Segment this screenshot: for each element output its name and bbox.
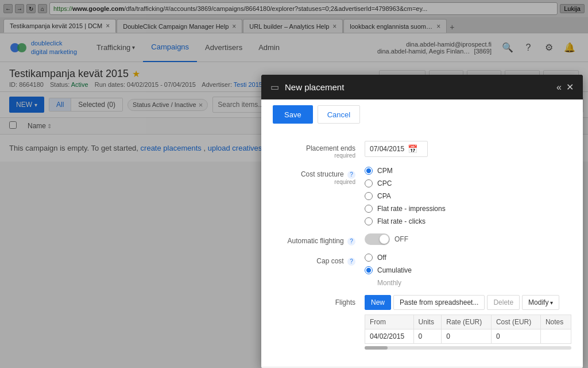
modal-title: New placement (285, 82, 344, 92)
radio-cpm[interactable]: CPM (365, 167, 571, 175)
radio-flat-clicks[interactable]: Flat rate - clicks (365, 217, 571, 225)
col-units: Units (413, 315, 442, 329)
cap-cost-help[interactable]: ? (347, 258, 355, 266)
modal-back-btn[interactable]: « (556, 82, 562, 93)
radio-cap-off[interactable]: Off (365, 254, 571, 262)
cost-structure-help[interactable]: ? (347, 171, 355, 179)
col-notes: Notes (540, 315, 571, 329)
cancel-button[interactable]: Cancel (318, 105, 360, 124)
modal-title-area: ▭ New placement (270, 82, 344, 93)
cell-cost: 0 (491, 329, 540, 344)
radio-cap-cumulative[interactable]: Cumulative (365, 266, 571, 274)
cell-notes (540, 329, 571, 344)
flights-delete-btn[interactable]: Delete (487, 295, 520, 310)
flights-content: New Paste from spreadsheet... Delete Mod… (365, 295, 571, 350)
cap-cost-label: Cap cost ? (273, 254, 365, 266)
cost-structure-label: Cost structure ? required (273, 167, 365, 185)
modal-header: ▭ New placement « ✕ (261, 75, 583, 99)
col-cost: Cost (EUR) (491, 315, 540, 329)
cap-cost-options: Off Cumulative Monthly (365, 254, 571, 287)
auto-flighting-toggle[interactable] (365, 233, 390, 245)
toggle-knob (380, 235, 389, 244)
cost-structure-options: CPM CPC CPA Flat rate - impressions Flat… (365, 167, 571, 225)
col-from: From (365, 315, 414, 329)
modal-body: Placement ends required 07/04/2015 📅 Cos… (261, 132, 583, 367)
flights-modify-btn[interactable]: Modify ▾ (522, 295, 559, 310)
calendar-icon[interactable]: 📅 (408, 144, 417, 154)
placement-ends-input[interactable]: 07/04/2015 📅 (365, 141, 428, 157)
placement-ends-control: 07/04/2015 📅 (365, 141, 571, 157)
radio-cpa[interactable]: CPA (365, 192, 571, 200)
scrollbar[interactable] (365, 346, 571, 350)
flights-toolbar: New Paste from spreadsheet... Delete Mod… (365, 295, 571, 310)
flights-new-btn[interactable]: New (365, 295, 391, 310)
radio-cpc[interactable]: CPC (365, 179, 571, 187)
new-placement-modal: ▭ New placement « ✕ Save Cancel Placemen… (261, 75, 583, 368)
toggle-off-label: OFF (394, 235, 408, 243)
placement-ends-row: Placement ends required 07/04/2015 📅 (273, 141, 571, 159)
modal-top-actions: Save Cancel (261, 99, 583, 132)
table-row: 04/02/2015 0 0 0 (365, 329, 571, 344)
col-rate: Rate (EUR) (442, 315, 492, 329)
radio-flat-impressions[interactable]: Flat rate - impressions (365, 205, 571, 213)
flights-label: Flights (273, 295, 365, 306)
cap-cost-row: Cap cost ? Off Cumulative Monthly (273, 254, 571, 287)
flights-row: Flights New Paste from spreadsheet... De… (273, 295, 571, 350)
placement-icon: ▭ (270, 82, 279, 93)
chevron-down-icon: ▾ (550, 300, 553, 306)
cost-structure-row: Cost structure ? required CPM CPC CPA (273, 167, 571, 225)
placement-ends-label: Placement ends required (273, 141, 365, 159)
cell-rate: 0 (442, 329, 492, 344)
modal-close-btn[interactable]: ✕ (566, 82, 574, 93)
modal-header-controls: « ✕ (556, 82, 574, 93)
monthly-option: Monthly (365, 279, 571, 287)
auto-flighting-control: OFF (365, 233, 571, 245)
auto-flighting-label: Automatic flighting ? (273, 233, 365, 246)
scrollbar-thumb (365, 346, 388, 350)
auto-flighting-help[interactable]: ? (347, 237, 355, 246)
flights-table: From Units Rate (EUR) Cost (EUR) Notes 0… (365, 315, 571, 344)
cell-units: 0 (413, 329, 442, 344)
flights-paste-btn[interactable]: Paste from spreadsheet... (393, 295, 485, 310)
auto-flighting-row: Automatic flighting ? OFF (273, 233, 571, 246)
save-button[interactable]: Save (273, 105, 313, 124)
cell-from: 04/02/2015 (365, 329, 414, 344)
